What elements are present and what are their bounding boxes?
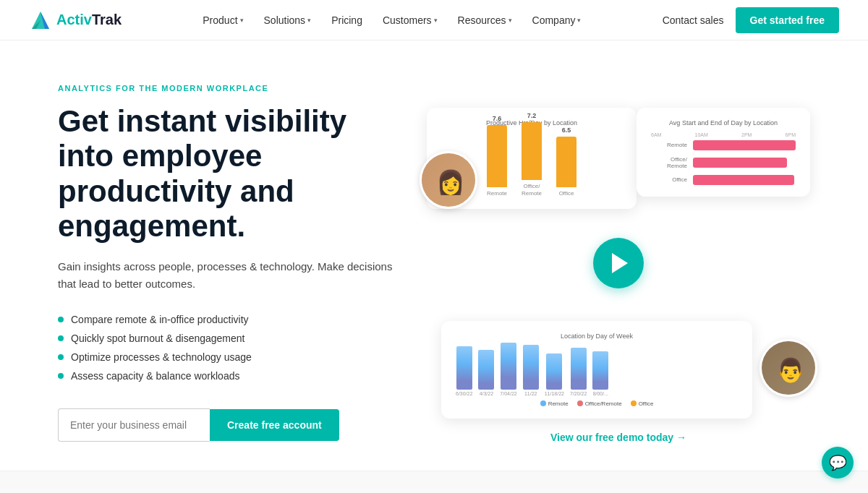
chevron-down-icon: ▾	[307, 17, 311, 24]
bottom-strip: 9,500+ customers measure productivity wi…	[0, 471, 868, 493]
chevron-down-icon: ▾	[509, 17, 512, 24]
hero-left: ANALYTICS FOR THE MODERN WORKPLACE Get i…	[58, 84, 405, 442]
logo[interactable]: ActivTrak	[29, 9, 122, 32]
nav-solutions[interactable]: Solutions ▾	[264, 14, 312, 26]
navigation: ActivTrak Product ▾ Solutions ▾ Pricing …	[0, 0, 868, 40]
h-bar-row: Office	[651, 175, 796, 185]
stacked-bar-group: 7/04/22	[500, 343, 516, 396]
nav-links: Product ▾ Solutions ▾ Pricing Customers …	[203, 14, 581, 26]
bullet-dot	[58, 354, 64, 360]
h-bar-chart: Remote Office/Remote Office	[651, 140, 796, 185]
chat-bubble[interactable]: 💬	[822, 447, 854, 479]
avatar-woman: 👩	[420, 151, 477, 209]
chevron-down-icon: ▾	[577, 17, 581, 24]
stacked-chart: 6/30/22 4/3/22 7/04/22 11/22 11/18/22	[456, 346, 738, 396]
stacked-bar-group: 7/20/22	[570, 348, 587, 396]
h-axis: 6AM 10AM 2PM 6PM	[651, 132, 796, 137]
hero-cta: Create free account	[58, 408, 405, 442]
hero-bullets: Compare remote & in-office productivity …	[58, 310, 405, 385]
hero-subtitle: Gain insights across people, processes &…	[58, 258, 405, 293]
nav-product[interactable]: Product ▾	[203, 14, 243, 26]
chat-icon: 💬	[829, 454, 847, 471]
h-bar-row: Remote	[651, 140, 796, 150]
play-icon	[612, 253, 628, 273]
bullet-dot	[58, 335, 64, 341]
email-input[interactable]	[58, 408, 210, 442]
hbar-chart-card: Avg Start and End of Day by Location 6AM…	[637, 108, 810, 197]
nav-right: Contact sales Get started free	[663, 7, 839, 33]
nav-resources[interactable]: Resources ▾	[458, 14, 512, 26]
list-item: Assess capacity & balance workloads	[58, 366, 405, 385]
bar-group: 7.2 Office/Remote	[522, 112, 542, 197]
hero-eyebrow: ANALYTICS FOR THE MODERN WORKPLACE	[58, 84, 405, 93]
avatar-man: 👨	[760, 339, 817, 397]
chevron-down-icon: ▾	[434, 17, 438, 24]
hero-right: 👩 Productive Hrs/Day by Location 7.6 Rem…	[427, 108, 810, 419]
chevron-down-icon: ▾	[240, 17, 244, 24]
nav-pricing[interactable]: Pricing	[331, 14, 362, 26]
stacked-bar-group: 4/3/22	[478, 350, 494, 396]
stacked-chart-card: Location by Day of Week 6/30/22 4/3/22 7…	[441, 321, 752, 419]
list-item: Compare remote & in-office productivity	[58, 310, 405, 329]
list-item: Quickly spot burnout & disengagement	[58, 329, 405, 348]
stacked-bar-group: 8/00/...	[592, 351, 608, 396]
chart-title: Avg Start and End of Day by Location	[651, 119, 796, 127]
stacked-bar-group: 11/22	[523, 345, 539, 396]
play-button[interactable]	[593, 238, 644, 288]
stacked-bar-group: 6/30/22	[456, 346, 472, 396]
logo-icon	[29, 9, 52, 32]
demo-link[interactable]: View our free demo today →	[427, 432, 810, 443]
hero-section: ANALYTICS FOR THE MODERN WORKPLACE Get i…	[0, 40, 868, 471]
create-account-button[interactable]: Create free account	[210, 409, 339, 441]
chart-title: Location by Day of Week	[456, 333, 738, 340]
logo-text: ActivTrak	[56, 12, 122, 28]
h-bar-row: Office/Remote	[651, 156, 796, 169]
hero-title: Get instant visibility into employee pro…	[58, 104, 405, 244]
nav-company[interactable]: Company ▾	[532, 14, 582, 26]
list-item: Optimize processes & technology usage	[58, 348, 405, 366]
bullet-dot	[58, 373, 64, 379]
bullet-dot	[58, 317, 64, 322]
nav-customers[interactable]: Customers ▾	[383, 14, 438, 26]
bar-group: 6.5 Office	[556, 127, 576, 197]
stacked-bar-group: 11/18/22	[545, 353, 564, 396]
get-started-button[interactable]: Get started free	[736, 7, 839, 33]
bar-group: 7.6 Remote	[487, 115, 507, 197]
contact-sales-link[interactable]: Contact sales	[663, 14, 724, 26]
